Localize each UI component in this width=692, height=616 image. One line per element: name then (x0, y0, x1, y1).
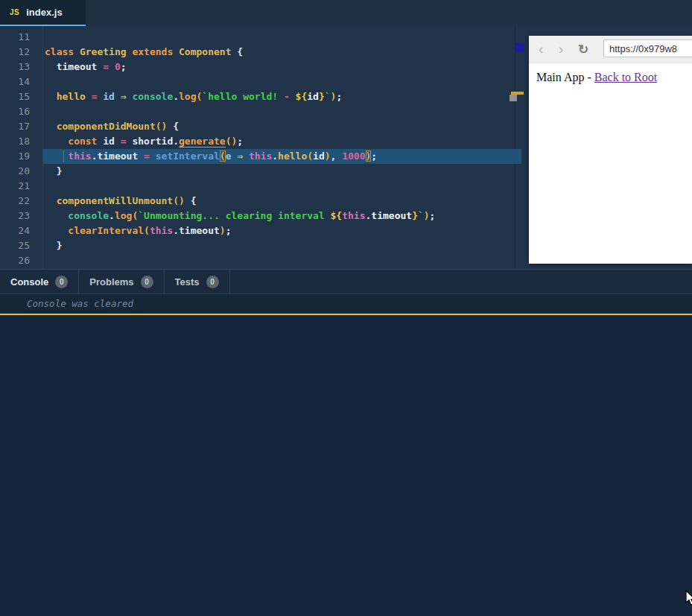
app-window: JS index.js 1112class Greeting extends C… (0, 0, 692, 616)
count-badge: 0 (141, 276, 153, 288)
code-text: class Greeting extends Component { (45, 45, 243, 60)
code-line[interactable]: 21 (0, 179, 525, 194)
code-line[interactable]: 18 const id = shortid.generate(); (0, 134, 525, 149)
code-line[interactable]: 24 clearInterval(this.timeout); (0, 223, 525, 238)
code-line[interactable]: 13 timeout = 0; (0, 60, 525, 74)
code-text: timeout = 0; (45, 60, 127, 74)
code-line[interactable]: 22 componentWillUnmount() { (0, 194, 525, 209)
code-line[interactable]: 14 (0, 74, 525, 89)
code-text: componentWillUnmount() { (45, 194, 197, 209)
code-line[interactable]: 26 (0, 253, 525, 268)
console-tab-problems[interactable]: Problems0 (79, 270, 164, 293)
line-number[interactable]: 21 (0, 179, 30, 194)
console-tab-label: Console (10, 276, 48, 288)
code-text: const id = shortid.generate(); (45, 134, 243, 149)
code-line[interactable]: 19 this.timeout = setInterval(e ⇒ this.h… (0, 149, 525, 164)
preview-navigation-bar: ‹ › ↻ (529, 36, 692, 63)
back-to-root-link[interactable]: Back to Root (594, 71, 657, 83)
mouse-cursor (685, 590, 692, 606)
line-number[interactable]: 25 (0, 238, 30, 253)
line-number[interactable]: 17 (0, 119, 30, 134)
line-number[interactable]: 16 (0, 104, 30, 119)
line-number[interactable]: 22 (0, 194, 30, 209)
line-number[interactable]: 15 (0, 89, 30, 104)
console-cleared-message: Console was cleared (0, 294, 692, 314)
line-number[interactable]: 23 (0, 209, 30, 223)
browser-preview-panel: ‹ › ↻ Main App - Back to Root (529, 36, 692, 264)
count-badge: 0 (206, 276, 219, 288)
line-number[interactable]: 26 (0, 253, 30, 268)
code-line[interactable]: 20 } (0, 164, 525, 179)
code-text: } (45, 164, 62, 179)
console-tab-label: Tests (175, 276, 200, 288)
code-text: hello = id ⇒ console.log(`hello world! -… (45, 89, 342, 104)
line-number[interactable]: 11 (0, 30, 30, 45)
console-tab-console[interactable]: Console0 (0, 270, 79, 293)
code-line[interactable]: 16 (0, 104, 525, 119)
code-line[interactable]: 23 console.log(`Unmounting... clearing i… (0, 209, 525, 223)
javascript-file-icon: JS (10, 8, 19, 16)
code-line[interactable]: 11 (0, 30, 525, 45)
line-number[interactable]: 19 (0, 149, 30, 164)
code-text: componentDidMount() { (45, 119, 179, 134)
line-number[interactable]: 20 (0, 164, 30, 179)
code-line[interactable]: 25 } (0, 238, 525, 253)
line-number[interactable]: 13 (0, 60, 30, 74)
line-number[interactable]: 24 (0, 223, 30, 238)
preview-text: Main App - (536, 71, 594, 83)
refresh-icon[interactable]: ↻ (578, 36, 588, 63)
code-lines: 1112class Greeting extends Component {13… (0, 30, 525, 268)
console-tab-bar: Console0Problems0Tests0 (0, 269, 692, 294)
line-number[interactable]: 18 (0, 134, 30, 149)
console-output-area[interactable] (0, 315, 692, 616)
line-number[interactable]: 14 (0, 74, 30, 89)
code-text: clearInterval(this.timeout); (45, 223, 231, 238)
line-number[interactable]: 12 (0, 45, 30, 60)
code-line[interactable]: 15 hello = id ⇒ console.log(`hello world… (0, 89, 525, 104)
count-badge: 0 (55, 276, 68, 288)
code-text: } (45, 238, 62, 253)
console-tab-label: Problems (89, 276, 133, 288)
forward-icon[interactable]: › (559, 36, 563, 63)
code-text: this.timeout = setInterval(e ⇒ this.hell… (45, 149, 377, 164)
preview-content: Main App - Back to Root (529, 63, 692, 92)
code-text: console.log(`Unmounting... clearing inte… (45, 209, 435, 223)
console-tab-tests[interactable]: Tests0 (165, 270, 230, 293)
inline-log-widget (510, 95, 517, 101)
url-input[interactable] (603, 39, 692, 57)
file-tab-label: index.js (26, 7, 62, 18)
editor-tab-bar: JS index.js (0, 0, 692, 26)
tab-index-js[interactable]: JS index.js (0, 0, 86, 26)
code-line[interactable]: 12class Greeting extends Component { (0, 45, 525, 60)
back-icon[interactable]: ‹ (539, 36, 543, 63)
overview-ruler-cursor-marker (515, 42, 524, 52)
code-line[interactable]: 17 componentDidMount() { (0, 119, 525, 134)
